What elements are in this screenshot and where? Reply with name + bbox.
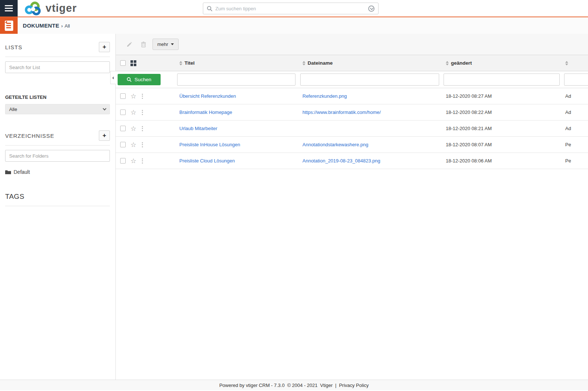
document-title-link[interactable]: Brainformatik Homepage	[179, 110, 232, 115]
star-favorite-icon[interactable]: ☆	[130, 125, 136, 132]
document-modified-date: 18-12-2020 08:22 AM	[446, 110, 492, 115]
table-row: ☆ Urlaub Mitarbeiter 18-12-2020 08:21 AM…	[116, 121, 588, 137]
column-header-titel[interactable]: Titel	[184, 60, 195, 66]
documents-module-icon[interactable]	[0, 17, 18, 34]
document-assignee-clipped: Pe	[565, 158, 571, 164]
lists-title: LISTS	[5, 44, 22, 50]
sidebar: LISTS + GETEILTE LISTEN Alle VERZEICHNIS…	[0, 34, 116, 380]
add-list-button[interactable]: +	[99, 42, 110, 52]
shared-lists-title: GETEILTE LISTEN	[5, 94, 110, 100]
shared-lists-selected: Alle	[9, 107, 17, 112]
document-filename-link[interactable]: Referenzkunden.png	[302, 93, 347, 99]
filter-input-geaendert[interactable]	[444, 73, 560, 86]
table-search-button[interactable]: Suchen	[118, 74, 161, 85]
document-modified-date: 18-12-2020 08:27 AM	[446, 93, 492, 99]
list-toolbar: mehr	[116, 34, 588, 55]
document-filename-link[interactable]: Annotation_2019-08-23_084823.png	[302, 158, 380, 164]
sort-icon[interactable]	[565, 61, 568, 65]
document-filename-link[interactable]: https://www.brainformatik.com/home/	[302, 110, 381, 115]
row-checkbox[interactable]	[120, 142, 126, 147]
star-favorite-icon[interactable]: ☆	[130, 93, 136, 100]
row-checkbox[interactable]	[120, 110, 126, 115]
star-favorite-icon[interactable]: ☆	[130, 141, 136, 148]
global-search-box[interactable]	[203, 3, 379, 14]
folder-search-input[interactable]	[5, 150, 110, 162]
breadcrumb-module[interactable]: DOKUMENTE	[23, 22, 59, 29]
document-assignee-clipped: Pe	[565, 142, 571, 147]
breadcrumb-bar: DOKUMENTE › All	[0, 17, 588, 34]
table-rows: ☆ Übersicht Referenzkunden Referenzkunde…	[116, 88, 588, 169]
document-modified-date: 18-12-2020 08:06 AM	[446, 158, 492, 164]
breadcrumb: DOKUMENTE › All	[23, 22, 70, 29]
document-assignee-clipped: Ad	[565, 110, 571, 115]
row-actions-menu-icon[interactable]	[141, 109, 144, 116]
global-search-input[interactable]	[215, 6, 368, 11]
footer-separator: |	[335, 383, 336, 388]
table-header-row: Titel Dateiname geändert	[116, 55, 588, 71]
folder-item-default[interactable]: Default	[5, 169, 110, 175]
search-icon	[207, 6, 212, 11]
list-search-input[interactable]	[5, 61, 110, 73]
folder-item-label: Default	[14, 169, 30, 175]
row-checkbox[interactable]	[120, 126, 126, 131]
row-checkbox[interactable]	[120, 93, 126, 99]
document-modified-date: 18-12-2020 08:21 AM	[446, 126, 492, 131]
star-favorite-icon[interactable]: ☆	[130, 158, 136, 164]
footer-privacy-link[interactable]: Privacy Policy	[339, 383, 369, 388]
column-header-dateiname[interactable]: Dateiname	[308, 60, 333, 66]
document-title-link[interactable]: Übersicht Referenzkunden	[179, 93, 236, 99]
row-actions-menu-icon[interactable]	[141, 125, 144, 132]
table-filter-row: Suchen	[116, 71, 588, 88]
search-icon	[127, 77, 132, 82]
vtiger-logo: vtiger	[24, 0, 77, 17]
folders-title: VERZEICHNISSE	[5, 133, 54, 139]
document-title-link[interactable]: Preisliste InHouse Lösungen	[179, 142, 240, 147]
filter-input-dateiname[interactable]	[300, 73, 439, 86]
vtiger-cloud-icon	[24, 0, 45, 17]
document-assignee-clipped: Ad	[565, 126, 571, 131]
footer-powered: Powered by vtiger CRM - 7.3.0	[219, 383, 285, 388]
grid-view-icon[interactable]	[130, 60, 136, 66]
table-row: ☆ Brainformatik Homepage https://www.bra…	[116, 104, 588, 121]
main-content: mehr Titel Dateiname	[116, 34, 588, 380]
documents-table: Titel Dateiname geändert	[116, 55, 588, 169]
footer-copyright: © 2004 - 2021	[287, 383, 318, 388]
brand-name: vtiger	[46, 2, 77, 14]
row-actions-menu-icon[interactable]	[141, 158, 144, 164]
sort-icon[interactable]	[446, 61, 449, 65]
delete-trash-icon[interactable]	[136, 42, 150, 47]
hamburger-menu-icon[interactable]	[0, 0, 18, 17]
breadcrumb-separator: ›	[61, 23, 62, 29]
breadcrumb-view[interactable]: All	[65, 23, 70, 29]
table-row: ☆ Preisliste InHouse Lösungen Annotation…	[116, 137, 588, 153]
footer-vtiger-link[interactable]: Vtiger	[320, 383, 333, 388]
folder-icon	[5, 170, 11, 175]
table-row: ☆ Übersicht Referenzkunden Referenzkunde…	[116, 88, 588, 104]
document-filename-link[interactable]: Annotationdstarkewashere.png	[302, 142, 368, 147]
top-bar: vtiger	[0, 0, 588, 17]
filter-input-clipped[interactable]	[564, 73, 588, 86]
sort-icon[interactable]	[302, 61, 305, 65]
chevron-down-icon	[103, 107, 107, 110]
document-title-link[interactable]: Preisliste Cloud Lösungen	[179, 158, 235, 164]
table-row: ☆ Preisliste Cloud Lösungen Annotation_2…	[116, 153, 588, 169]
add-folder-button[interactable]: +	[99, 130, 110, 141]
filter-input-titel[interactable]	[177, 73, 295, 86]
row-actions-menu-icon[interactable]	[141, 93, 144, 100]
document-assignee-clipped: Ad	[565, 93, 571, 99]
sidebar-collapse-handle[interactable]: ‹	[110, 71, 116, 84]
row-checkbox[interactable]	[120, 158, 126, 164]
footer: Powered by vtiger CRM - 7.3.0 © 2004 - 2…	[0, 380, 588, 390]
star-favorite-icon[interactable]: ☆	[130, 109, 136, 116]
caret-down-icon	[171, 43, 174, 45]
select-all-checkbox[interactable]	[120, 60, 126, 66]
shared-lists-select[interactable]: Alle	[5, 104, 110, 114]
edit-pencil-icon[interactable]	[122, 42, 136, 47]
sort-icon[interactable]	[179, 61, 182, 65]
more-button[interactable]: mehr	[153, 39, 179, 50]
document-title-link[interactable]: Urlaub Mitarbeiter	[179, 126, 217, 131]
search-options-chevron-icon[interactable]	[368, 6, 374, 12]
row-actions-menu-icon[interactable]	[141, 141, 144, 148]
document-modified-date: 18-12-2020 08:07 AM	[446, 142, 492, 147]
column-header-geaendert[interactable]: geändert	[451, 60, 472, 66]
